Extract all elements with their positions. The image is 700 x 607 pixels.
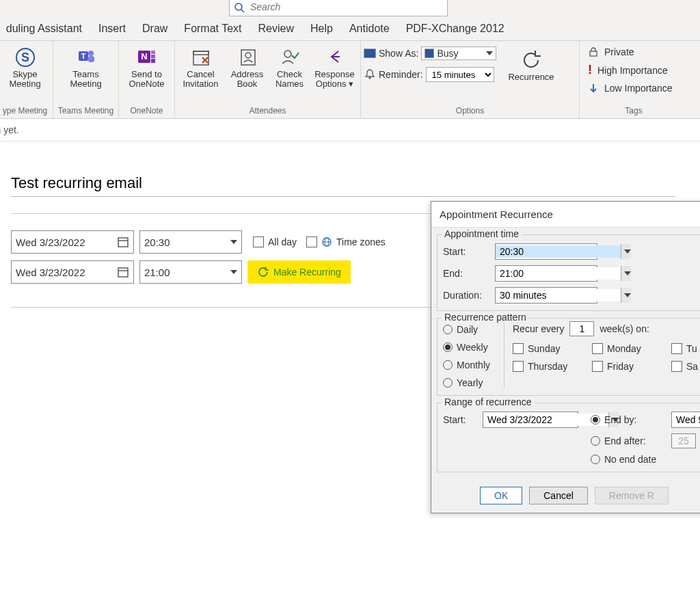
time-zones-checkbox[interactable]: Time zones: [306, 237, 386, 247]
recurrence-end-time-combo[interactable]: [495, 265, 597, 282]
svg-rect-11: [151, 55, 155, 58]
make-recurring-button[interactable]: Make Recurring: [247, 260, 351, 284]
range-legend: Range of recurrence: [442, 396, 535, 407]
low-importance-label: Low Importance: [604, 83, 673, 94]
end-by-radio[interactable]: End by:: [591, 414, 666, 425]
calendar-icon: [117, 236, 129, 248]
teams-meeting-button[interactable]: T Teams Meeting: [62, 42, 110, 89]
tab-format-text[interactable]: Format Text: [184, 23, 241, 35]
appointment-recurrence-dialog: Appointment Recurrence Appointment time …: [431, 201, 700, 513]
tab-help[interactable]: Help: [310, 23, 333, 35]
start-time-value: 20:30: [144, 237, 228, 248]
tab-draw[interactable]: Draw: [142, 23, 167, 35]
svg-rect-28: [118, 268, 128, 277]
private-label: Private: [604, 46, 634, 57]
dialog-actions: OK Cancel Remove R: [431, 479, 700, 513]
tab-pdf-xchange[interactable]: PDF-XChange 2012: [406, 23, 504, 35]
start-time-label: Start:: [443, 246, 489, 257]
end-by-date-combo[interactable]: [671, 412, 700, 428]
recurrence-end-time-input[interactable]: [496, 267, 621, 280]
appointment-time-legend: Appointment time: [442, 228, 522, 239]
tags-group-label: Tags: [582, 105, 685, 118]
showas-value: Busy: [437, 48, 458, 59]
search-icon: [234, 2, 245, 13]
svg-text:N: N: [141, 51, 147, 62]
onenote-icon: N: [135, 45, 159, 70]
title-bar: [0, 0, 700, 16]
lock-icon: [588, 46, 599, 57]
skype-meeting-button[interactable]: S Skype Meeting: [1, 42, 49, 89]
end-date-picker[interactable]: Wed 3/23/2022: [11, 260, 134, 284]
all-day-label: All day: [268, 237, 297, 247]
dialog-title: Appointment Recurrence: [431, 202, 700, 228]
attendees-group-label: Attendees: [178, 105, 358, 118]
tab-scheduling-assistant[interactable]: duling Assistant: [0, 23, 82, 35]
friday-checkbox[interactable]: Friday: [592, 361, 667, 372]
high-importance-button[interactable]: ! High Importance: [588, 63, 679, 77]
chevron-down-icon[interactable]: [621, 266, 631, 281]
send-to-onenote-button[interactable]: N Send to OneNote: [123, 42, 171, 89]
svg-point-18: [245, 53, 251, 58]
saturday-checkbox[interactable]: Sa: [671, 361, 700, 372]
recurrence-button[interactable]: Recurrence: [504, 45, 558, 82]
check-names-button[interactable]: Check Names: [271, 42, 308, 89]
range-start-label: Start:: [443, 414, 477, 425]
tuesday-checkbox[interactable]: Tu: [671, 343, 700, 354]
showas-dropdown[interactable]: Busy: [421, 46, 496, 60]
monday-checkbox[interactable]: Monday: [592, 343, 667, 354]
daily-radio[interactable]: Daily: [443, 324, 496, 335]
recurrence-start-time-input[interactable]: [496, 245, 621, 258]
high-importance-label: High Importance: [597, 65, 668, 76]
low-importance-icon: [588, 83, 599, 94]
response-options-icon: [323, 45, 347, 70]
range-start-combo[interactable]: [483, 412, 578, 428]
recurrence-duration-combo[interactable]: [495, 287, 597, 304]
end-after-radio[interactable]: End after:: [591, 435, 666, 446]
reminder-dropdown[interactable]: 15 minutes: [426, 67, 494, 82]
cancel-invitation-label: Cancel Invitation: [183, 70, 218, 89]
address-book-icon: [236, 45, 259, 70]
response-options-button[interactable]: Response Options ▾: [312, 42, 358, 89]
svg-text:T: T: [81, 52, 85, 60]
start-time-picker[interactable]: 20:30: [139, 230, 242, 254]
end-time-label: End:: [443, 268, 489, 279]
end-after-input[interactable]: [671, 433, 696, 448]
recur-every-input[interactable]: [569, 321, 594, 336]
thursday-checkbox[interactable]: Thursday: [513, 361, 588, 372]
low-importance-button[interactable]: Low Importance: [588, 83, 679, 94]
search-input[interactable]: [249, 1, 433, 13]
range-start-input[interactable]: [483, 414, 608, 426]
end-time-value: 21:00: [144, 267, 228, 278]
recurrence-duration-input[interactable]: [496, 289, 621, 301]
recurrence-start-time-combo[interactable]: [495, 243, 597, 260]
tab-insert[interactable]: Insert: [98, 23, 126, 35]
search-box[interactable]: [229, 0, 448, 16]
cancel-invitation-button[interactable]: Cancel Invitation: [178, 42, 224, 89]
no-end-date-radio[interactable]: No end date: [591, 454, 666, 465]
tab-review[interactable]: Review: [258, 23, 294, 35]
sunday-checkbox[interactable]: Sunday: [513, 343, 588, 354]
tab-antidote[interactable]: Antidote: [349, 23, 390, 35]
range-of-recurrence-group: Range of recurrence Start: End by: End a…: [437, 403, 700, 472]
ok-button[interactable]: OK: [480, 487, 522, 504]
high-importance-icon: !: [588, 63, 592, 77]
teams-icon: T: [75, 45, 98, 70]
meeting-title-input[interactable]: [11, 167, 675, 197]
check-names-label: Check Names: [275, 70, 304, 89]
yearly-radio[interactable]: Yearly: [443, 377, 496, 388]
end-time-picker[interactable]: 21:00: [139, 260, 242, 284]
recurrence-icon: [519, 48, 543, 72]
onenote-group-label: OneNote: [122, 105, 172, 118]
address-book-button[interactable]: Address Book: [228, 42, 267, 89]
svg-line-1: [241, 10, 244, 12]
private-button[interactable]: Private: [588, 46, 679, 57]
monthly-radio[interactable]: Monthly: [443, 360, 496, 370]
start-date-picker[interactable]: Wed 3/23/2022: [11, 230, 134, 254]
teams-meeting-label: Teams Meeting: [70, 70, 101, 89]
chevron-down-icon: [230, 270, 237, 274]
chevron-down-icon[interactable]: [621, 244, 631, 259]
cancel-button[interactable]: Cancel: [529, 487, 588, 504]
chevron-down-icon[interactable]: [621, 288, 631, 303]
weekly-radio[interactable]: Weekly: [443, 342, 496, 353]
all-day-checkbox[interactable]: All day: [253, 237, 297, 247]
